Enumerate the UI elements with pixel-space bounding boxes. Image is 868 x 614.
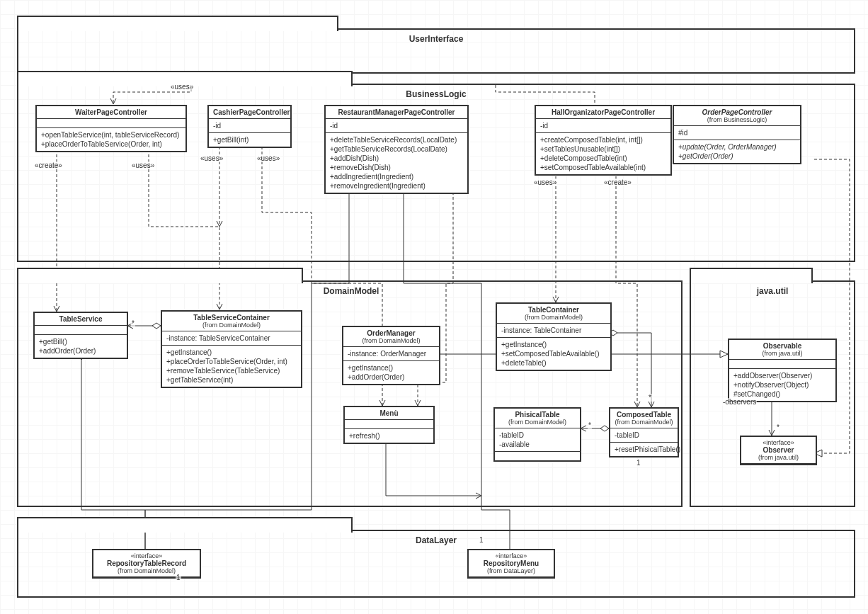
class-attrs: -id xyxy=(326,119,467,133)
class-ops: +addObserver(Observer) +notifyObserver(O… xyxy=(729,369,835,401)
pkg-title: BusinessLogic xyxy=(18,89,854,99)
class-orderpagecontroller[interactable]: OrderPageController(from BusinessLogic) … xyxy=(673,105,801,164)
class-ops: +update(Order, OrderManager) +getOrder(O… xyxy=(674,140,800,163)
class-from: (from DomainModel) xyxy=(615,419,673,426)
class-name: ComposedTable xyxy=(615,411,673,419)
class-from: (from DomainModel) xyxy=(501,314,606,321)
class-name: HallOrganizatorPageController xyxy=(540,108,666,116)
label-uses: «uses» xyxy=(256,154,280,162)
class-name: TableService xyxy=(39,315,122,323)
class-repositorytablerecord[interactable]: «interface»RepositoryTableRecord(from Do… xyxy=(92,549,201,579)
label-observers: -observers xyxy=(722,398,757,406)
class-repositorymenu[interactable]: «interface»RepositoryMenu(from DataLayer… xyxy=(467,549,555,579)
class-attrs: -instance: TableServiceContainer xyxy=(162,331,301,346)
class-tablecontainer[interactable]: TableContainer(from DomainModel) -instan… xyxy=(496,302,612,371)
class-attrs: -tableID -available xyxy=(495,428,580,452)
class-attrs: -id xyxy=(536,119,670,133)
class-ops: +deleteTableServiceRecords(LocalDate) +g… xyxy=(326,133,467,193)
class-name: Observer xyxy=(746,446,811,454)
stereotype: «interface» xyxy=(473,552,549,559)
label-create: «create» xyxy=(34,161,63,169)
stereotype: «interface» xyxy=(98,552,195,559)
class-from: (from DomainModel) xyxy=(348,337,435,344)
class-ops: +getInstance() +setComposedTableAvailabl… xyxy=(497,338,610,370)
class-attrs: -id xyxy=(209,119,290,133)
label-star: * xyxy=(648,394,652,402)
label-one: 1 xyxy=(176,574,181,581)
class-tableservicecontainer[interactable]: TableServiceContainer(from DomainModel) … xyxy=(161,310,302,388)
class-hallorganizatorpagecontroller[interactable]: HallOrganizatorPageController -id +creat… xyxy=(535,105,672,176)
class-waiterpagecontroller[interactable]: WaiterPageController +openTableService(i… xyxy=(35,105,187,152)
class-ops: +getInstance() +placeOrderToTableService… xyxy=(162,346,301,387)
class-name: RestaurantManagerPageController xyxy=(330,108,463,116)
diagram-canvas: UserInterface BusinessLogic DomainModel … xyxy=(0,0,868,614)
class-name: Menù xyxy=(349,409,429,417)
class-from: (from DataLayer) xyxy=(473,567,549,574)
label-uses: «uses» xyxy=(200,154,224,162)
pkg-userinterface: UserInterface xyxy=(17,28,855,74)
class-attrs: -instance: TableContainer xyxy=(497,324,610,338)
class-from: (from DomainModel) xyxy=(499,419,576,426)
label-uses: «uses» xyxy=(131,161,155,169)
class-from: (from BusinessLogic) xyxy=(678,116,796,123)
class-ops: +getBill(int) xyxy=(209,133,290,147)
class-name: PhisicalTable xyxy=(499,411,576,419)
pkg-title: DataLayer xyxy=(18,535,854,545)
class-from: (from java.util) xyxy=(746,454,811,461)
class-from: (from java.util) xyxy=(733,350,831,357)
label-star: * xyxy=(588,421,592,429)
class-name: RepositoryTableRecord xyxy=(98,559,195,567)
class-attrs: -instance: OrderManager xyxy=(343,347,439,361)
class-name: WaiterPageController xyxy=(41,108,181,116)
class-name: CashierPageController xyxy=(213,108,286,116)
label-star: * xyxy=(131,319,135,327)
pkg-title: java.util xyxy=(691,286,854,296)
class-from: (from DomainModel) xyxy=(166,322,297,329)
class-ops: +createComposedTable(int, int[]) +setTab… xyxy=(536,133,670,174)
label-one: 1 xyxy=(636,459,641,467)
stereotype: «interface» xyxy=(746,439,811,446)
class-name: Observable xyxy=(733,342,831,350)
class-observer[interactable]: «interface»Observer(from java.util) xyxy=(740,436,817,465)
class-ordermanager[interactable]: OrderManager(from DomainModel) -instance… xyxy=(342,326,440,385)
class-cashierpagecontroller[interactable]: CashierPageController -id +getBill(int) xyxy=(207,105,292,148)
class-composedtable[interactable]: ComposedTable(from DomainModel) -tableID… xyxy=(609,407,679,457)
label-create: «create» xyxy=(603,178,632,186)
class-name: OrderPageController xyxy=(678,108,796,116)
class-tableservice[interactable]: TableService +getBill() +addOrder(Order) xyxy=(33,312,128,359)
label-uses: «uses» xyxy=(170,83,194,91)
class-name: RepositoryMenu xyxy=(473,559,549,567)
class-name: OrderManager xyxy=(348,329,435,337)
class-menu[interactable]: Menù +refresh() xyxy=(343,406,435,444)
pkg-title: DomainModel xyxy=(245,286,457,296)
class-ops: +refresh() xyxy=(345,429,433,443)
class-observable[interactable]: Observable(from java.util) +addObserver(… xyxy=(728,339,837,402)
class-ops: +resetPhisicalTable() xyxy=(610,443,678,456)
class-ops: +getBill() +addOrder(Order) xyxy=(35,335,127,358)
class-attrs: #id xyxy=(674,126,800,140)
class-name: TableContainer xyxy=(501,306,606,314)
class-ops: +getInstance() +addOrder(Order) xyxy=(343,361,439,384)
class-name: TableServiceContainer xyxy=(166,314,297,322)
label-one: 1 xyxy=(479,536,484,544)
class-restaurantmanagerpagecontroller[interactable]: RestaurantManagerPageController -id +del… xyxy=(324,105,469,194)
pkg-title: UserInterface xyxy=(18,34,854,44)
class-phisicaltable[interactable]: PhisicalTable(from DomainModel) -tableID… xyxy=(493,407,581,462)
label-star: * xyxy=(776,423,780,431)
class-ops: +openTableService(int, tableServiceRecor… xyxy=(37,128,185,151)
class-attrs: -tableID xyxy=(610,428,678,443)
label-uses: «uses» xyxy=(533,178,557,186)
